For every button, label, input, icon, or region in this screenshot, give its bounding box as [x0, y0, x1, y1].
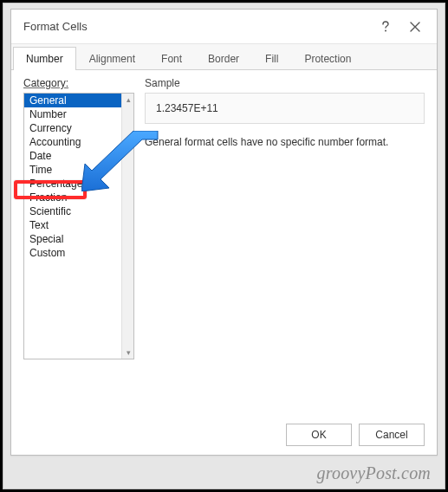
close-button[interactable] — [400, 14, 430, 40]
category-list: General Number Currency Accounting Date … — [24, 94, 121, 359]
scroll-down-button[interactable]: ▾ — [122, 346, 134, 359]
category-item-custom[interactable]: Custom — [24, 246, 121, 260]
category-item-text[interactable]: Text — [24, 218, 121, 232]
tab-strip: Number Alignment Font Border Fill Protec… — [11, 44, 437, 70]
chevron-up-icon: ▴ — [127, 95, 131, 104]
tab-protection[interactable]: Protection — [291, 47, 364, 70]
category-scrollbar[interactable]: ▴ ▾ — [121, 94, 133, 359]
ok-button[interactable]: OK — [286, 424, 352, 446]
category-item-currency[interactable]: Currency — [24, 121, 121, 135]
chevron-down-icon: ▾ — [127, 348, 131, 357]
sample-box: 1.23457E+11 — [145, 93, 425, 124]
dialog-title: Format Cells — [23, 20, 371, 33]
tab-border[interactable]: Border — [195, 47, 252, 70]
svg-point-0 — [385, 29, 386, 31]
help-icon — [380, 21, 391, 33]
format-cells-dialog: Format Cells Number Alignment Font Borde… — [10, 9, 438, 456]
format-description: General format cells have no specific nu… — [145, 136, 425, 148]
sample-value: 1.23457E+11 — [156, 102, 218, 114]
help-button[interactable] — [371, 14, 400, 40]
category-item-scientific[interactable]: Scientific — [24, 204, 121, 218]
category-item-percentage[interactable]: Percentage — [24, 177, 121, 191]
cancel-button[interactable]: Cancel — [359, 424, 425, 446]
titlebar: Format Cells — [11, 10, 437, 44]
category-listbox[interactable]: General Number Currency Accounting Date … — [23, 93, 134, 359]
outer-frame: Format Cells Number Alignment Font Borde… — [3, 3, 445, 489]
category-item-fraction[interactable]: Fraction — [24, 191, 121, 204]
category-item-general[interactable]: General — [24, 94, 121, 107]
tab-fill[interactable]: Fill — [252, 47, 291, 70]
category-item-accounting[interactable]: Accounting — [24, 135, 121, 149]
right-pane: Sample 1.23457E+11 General format cells … — [145, 77, 425, 415]
watermark: groovyPost.com — [317, 463, 431, 483]
category-item-date[interactable]: Date — [24, 149, 121, 163]
dialog-footer: OK Cancel — [286, 424, 425, 446]
sample-label: Sample — [145, 77, 425, 89]
close-icon — [410, 22, 420, 32]
category-item-number[interactable]: Number — [24, 107, 121, 121]
content-area: Category: General Number Currency Accoun… — [23, 77, 425, 415]
tab-alignment[interactable]: Alignment — [76, 47, 148, 70]
tab-number[interactable]: Number — [13, 47, 76, 70]
tab-font[interactable]: Font — [148, 47, 195, 70]
scroll-up-button[interactable]: ▴ — [122, 94, 134, 106]
category-item-time[interactable]: Time — [24, 163, 121, 177]
category-item-special[interactable]: Special — [24, 232, 121, 246]
